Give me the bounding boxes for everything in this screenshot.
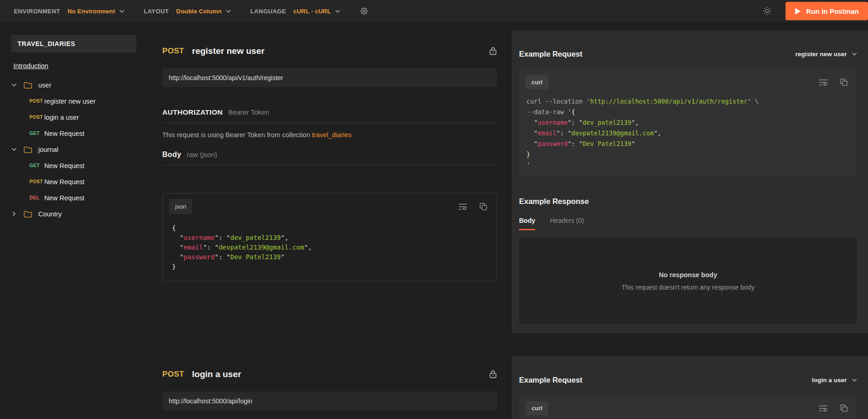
lock-icon <box>489 370 497 379</box>
folder-icon <box>24 210 32 218</box>
request-url-text: http://localhost:5000/api/v1/auth/regist… <box>169 74 283 81</box>
request-body-code: { "username": "dev_patel2139", "email": … <box>172 223 490 272</box>
example-selected-value: login a user <box>812 377 847 384</box>
sidebar-request-register-new-user[interactable]: POST register new user <box>11 93 149 109</box>
panel-section-gap <box>512 333 868 356</box>
theme-toggle-sun-icon[interactable] <box>762 6 772 16</box>
method-badge: POST <box>30 179 44 184</box>
copy-icon[interactable] <box>840 404 848 412</box>
example-request-title: Example Request <box>519 50 795 58</box>
example-selected-value: register new user <box>795 51 847 58</box>
authorization-note: This request is using Bearer Token from … <box>162 131 497 139</box>
request-label: New Request <box>44 162 84 169</box>
request-method: POST <box>162 47 184 56</box>
authorization-type: Bearer Token <box>228 108 269 116</box>
curl-snippet-code: curl --location 'http://localhost:5000/a… <box>526 96 850 170</box>
empty-response-box: No response body This request doesn't re… <box>519 238 857 324</box>
collection-link[interactable]: travel_diaries <box>312 131 352 139</box>
request-title: login a user <box>192 369 490 379</box>
environment-label: ENVIRONMENT <box>14 8 60 15</box>
tab-body[interactable]: Body <box>519 217 535 230</box>
wrap-text-icon[interactable] <box>819 79 828 86</box>
folder-icon <box>24 81 32 89</box>
top-toolbar: ENVIRONMENT No Environment LAYOUT Double… <box>0 0 868 22</box>
request-url-text: http://localhost:5000/api/login <box>169 397 252 405</box>
request-body-card: json <box>162 193 497 281</box>
chevron-down-icon <box>11 148 17 151</box>
method-badge: POST <box>30 115 44 120</box>
example-response-title: Example Response <box>519 197 857 206</box>
sidebar-request-login-a-user[interactable]: POST login a user <box>11 109 149 125</box>
method-badge: GET <box>30 131 44 136</box>
language-tab-json: json <box>169 199 192 214</box>
copy-icon[interactable] <box>840 78 848 86</box>
chevron-down-icon <box>119 10 124 13</box>
example-selector[interactable]: login a user <box>812 377 857 384</box>
folder-icon <box>24 146 32 153</box>
copy-icon[interactable] <box>479 203 487 210</box>
curl-snippet-block: curl <box>519 70 857 177</box>
wrap-text-icon[interactable] <box>458 203 467 210</box>
sidebar-item-introduction[interactable]: Introduction <box>13 62 48 70</box>
code-actions <box>458 203 490 210</box>
authorization-note-text: This request is using Bearer Token from … <box>162 131 312 139</box>
sidebar-folder-journal[interactable]: journal <box>11 141 149 157</box>
request-label: New Request <box>44 194 84 202</box>
code-actions <box>819 404 850 412</box>
chevron-right-icon <box>11 211 17 216</box>
method-badge: GET <box>30 163 44 168</box>
environment-selector[interactable]: No Environment <box>67 8 124 15</box>
environment-value: No Environment <box>67 8 115 15</box>
language-label: LANGUAGE <box>250 8 286 15</box>
collection-name-label: TRAVEL_DIARIES <box>18 40 75 47</box>
tab-headers[interactable]: Headers (0) <box>550 217 584 230</box>
method-badge: POST <box>30 99 44 104</box>
chevron-down-icon <box>11 83 17 87</box>
run-in-postman-button[interactable]: Run in Postman <box>785 2 868 20</box>
language-group: LANGUAGE cURL - cURL <box>250 8 340 15</box>
example-card-login: Example Request login a user curl <box>512 356 868 419</box>
request-url: http://localhost:5000/api/v1/auth/regist… <box>162 68 497 87</box>
sidebar: TRAVEL_DIARIES Introduction user <box>0 22 149 419</box>
play-icon <box>795 8 801 15</box>
collection-tree: user POST register new user POST login a… <box>11 77 149 222</box>
environment-group: ENVIRONMENT No Environment <box>14 8 124 15</box>
folder-label: user <box>38 81 51 89</box>
example-request-header: Example Request register new user <box>519 30 857 58</box>
language-tab-curl: curl <box>526 75 549 89</box>
sidebar-request-new-request-post[interactable]: POST New Request <box>11 174 149 190</box>
authorization-label: AUTHORIZATION <box>162 108 223 116</box>
wrap-text-icon[interactable] <box>819 405 828 412</box>
language-settings-gear-icon[interactable] <box>360 6 369 16</box>
chevron-down-icon <box>852 378 857 382</box>
empty-response-title: No response body <box>659 271 717 279</box>
body-mode: raw (json) <box>187 151 217 158</box>
request-section-register: POST register new user http://localhost:… <box>162 46 497 281</box>
example-selector[interactable]: register new user <box>795 51 857 58</box>
layout-selector[interactable]: Double Column <box>176 8 231 15</box>
request-label: New Request <box>44 130 84 137</box>
sidebar-folder-user[interactable]: user <box>11 77 149 93</box>
content-shell: TRAVEL_DIARIES Introduction user <box>0 22 868 419</box>
sidebar-request-new-request-get[interactable]: GET New Request <box>11 125 149 141</box>
layout-value: Double Column <box>176 8 222 15</box>
code-card-header: curl <box>526 401 850 415</box>
folder-label: journal <box>38 146 59 153</box>
example-card-register: Example Request register new user curl <box>512 30 868 333</box>
sidebar-folder-country[interactable]: Country <box>11 206 149 222</box>
authorization-heading: AUTHORIZATION Bearer Token <box>162 108 497 123</box>
example-request-title: Example Request <box>519 376 812 384</box>
language-selector[interactable]: cURL - cURL <box>294 8 340 15</box>
language-value: cURL - cURL <box>294 8 331 15</box>
sidebar-request-new-request-del[interactable]: DEL New Request <box>11 190 149 206</box>
layout-group: LAYOUT Double Column <box>144 8 231 15</box>
layout-label: LAYOUT <box>144 8 169 15</box>
request-label: New Request <box>44 178 84 186</box>
language-tab-curl: curl <box>526 401 549 415</box>
sidebar-request-new-request-get-2[interactable]: GET New Request <box>11 157 149 174</box>
chevron-down-icon <box>852 52 857 56</box>
collection-name[interactable]: TRAVEL_DIARIES <box>11 35 136 52</box>
chevron-down-icon <box>226 10 231 13</box>
postman-documentation-page: ENVIRONMENT No Environment LAYOUT Double… <box>0 0 868 419</box>
example-panel: Example Request register new user curl <box>512 22 868 419</box>
